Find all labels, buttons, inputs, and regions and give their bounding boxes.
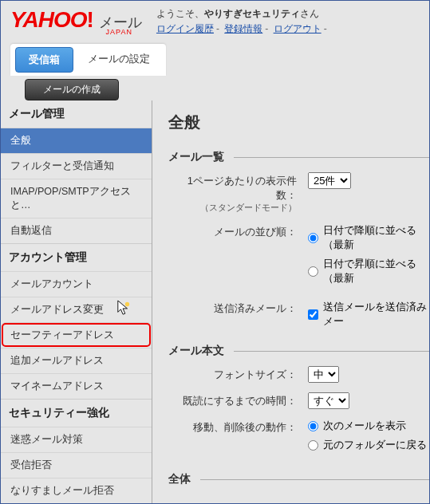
sidebar-item-myname-address[interactable]: マイネームアドレス — [1, 373, 152, 399]
sidebar-item-safety-address[interactable]: セーフティーアドレス — [1, 322, 152, 348]
sidebar-item-spoof-block[interactable]: なりすましメール拒否 — [1, 478, 152, 503]
section-mail-list: メール一覧 — [168, 150, 234, 164]
sort-asc-radio[interactable] — [308, 266, 318, 277]
per-page-select[interactable]: 25件 — [308, 172, 351, 189]
sidebar-item-imap-pop-smtp[interactable]: IMAP/POP/SMTPアクセスと… — [1, 179, 152, 218]
sidebar-item-additional-address[interactable]: 追加メールアドレス — [1, 348, 152, 373]
sent-checkbox[interactable] — [308, 309, 318, 320]
sidebar-item-auto-reply[interactable]: 自動返信 — [1, 218, 152, 243]
sort-asc-label: 日付で昇順に並べる（最新 — [323, 257, 429, 285]
sent-label: 送信済みメール： — [168, 300, 308, 316]
after-folder-radio[interactable] — [308, 440, 318, 451]
sidebar-section-mail-mgmt: メール管理 — [1, 100, 152, 128]
sidebar-item-general[interactable]: 全般 — [1, 128, 152, 153]
sidebar-item-mail-account[interactable]: メールアカウント — [1, 271, 152, 297]
tab-inbox[interactable]: 受信箱 — [15, 47, 73, 73]
sent-checkbox-label: 送信メールを送信済みメー — [323, 300, 429, 329]
after-folder-label: 元のフォルダーに戻る — [323, 438, 427, 452]
sidebar-item-spam[interactable]: 迷惑メール対策 — [1, 427, 152, 452]
login-history-link[interactable]: ログイン履歴 — [156, 23, 214, 34]
sidebar-item-block[interactable]: 受信拒否 — [1, 452, 152, 478]
tab-mail-settings[interactable]: メールの設定 — [75, 47, 163, 73]
sort-label: メールの並び順： — [168, 223, 308, 239]
sidebar-item-address-change[interactable]: メールアドレス変更 — [1, 297, 152, 322]
compose-button[interactable]: メールの作成 — [25, 79, 119, 100]
sidebar-section-account: アカウント管理 — [1, 243, 152, 271]
sort-desc-radio[interactable] — [308, 233, 318, 243]
after-action-label: 移動、削除後の動作： — [168, 419, 308, 435]
per-page-sublabel: （スタンダードモード） — [168, 203, 297, 214]
logout-link[interactable]: ログアウト — [274, 23, 322, 34]
sidebar: メール管理 全般 フィルターと受信通知 IMAP/POP/SMTPアクセスと… … — [1, 100, 152, 504]
welcome-text: ようこそ、やりすぎセキュリティさん — [156, 7, 329, 21]
sidebar-item-filter-notify[interactable]: フィルターと受信通知 — [1, 153, 152, 179]
section-all: 全体 — [168, 472, 200, 486]
reg-info-link[interactable]: 登録情報 — [224, 23, 262, 34]
after-next-radio[interactable] — [308, 421, 318, 431]
read-time-select[interactable]: すぐ — [308, 392, 349, 409]
font-label: フォントサイズ： — [168, 366, 308, 382]
sidebar-section-security: セキュリティー強化 — [1, 399, 152, 427]
font-size-select[interactable]: 中 — [308, 366, 339, 383]
page-title: 全般 — [168, 112, 429, 133]
read-time-label: 既読にするまでの時間： — [168, 392, 308, 408]
per-page-label: 1ページあたりの表示件数： — [187, 175, 297, 201]
sort-desc-label: 日付で降順に並べる（最新 — [323, 223, 429, 252]
section-mail-body: メール本文 — [168, 344, 234, 358]
yahoo-logo: YAHOO!メール JAPAN — [10, 7, 142, 36]
after-next-label: 次のメールを表示 — [323, 419, 406, 433]
